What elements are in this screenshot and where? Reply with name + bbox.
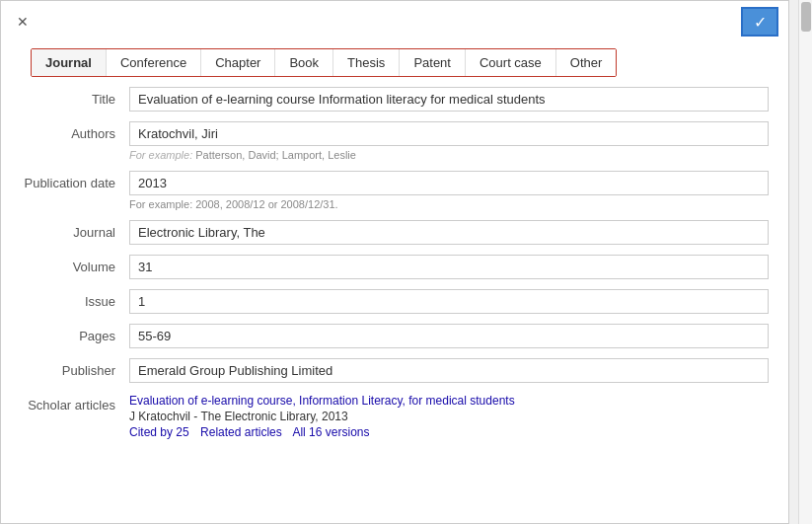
- form-body: Title Authors For example: Patterson, Da…: [1, 87, 788, 439]
- close-button[interactable]: ✕: [11, 12, 35, 32]
- scholar-sub-text: J Kratochvil - The Electronic Library, 2…: [129, 410, 769, 423]
- publisher-row: Publisher: [21, 358, 769, 383]
- authors-label: Authors: [21, 121, 129, 141]
- pages-input[interactable]: [129, 324, 769, 348]
- pubdate-row: Publication date For example: 2008, 2008…: [21, 171, 769, 210]
- pages-label: Pages: [21, 324, 129, 343]
- pages-row: Pages: [21, 324, 769, 348]
- title-row: Title: [21, 87, 769, 112]
- tab-chapter[interactable]: Chapter: [201, 49, 275, 76]
- related-articles-link[interactable]: Related articles: [200, 425, 282, 439]
- pubdate-label: Publication date: [21, 171, 129, 190]
- issue-input[interactable]: [129, 289, 769, 314]
- scholar-field-wrap: Evaluation of e-learning course, Informa…: [129, 393, 769, 439]
- scholar-article-link[interactable]: Evaluation of e-learning course, Informa…: [129, 394, 515, 408]
- all-versions-link[interactable]: All 16 versions: [292, 425, 369, 439]
- journal-field-wrap: [129, 220, 769, 245]
- tab-journal[interactable]: Journal: [32, 49, 107, 76]
- pubdate-input[interactable]: [129, 171, 769, 195]
- publisher-input[interactable]: [129, 358, 769, 383]
- publisher-label: Publisher: [21, 358, 129, 378]
- volume-label: Volume: [21, 255, 129, 274]
- journal-input[interactable]: [129, 220, 769, 245]
- scholar-label: Scholar articles: [21, 393, 129, 412]
- tab-thesis[interactable]: Thesis: [333, 49, 400, 76]
- tab-book[interactable]: Book: [275, 49, 333, 76]
- cited-by-link[interactable]: Cited by 25: [129, 425, 189, 439]
- authors-field-wrap: For example: Patterson, David; Lamport, …: [129, 121, 769, 161]
- tabs-container: Journal Conference Chapter Book Thesis P…: [31, 48, 617, 77]
- pubdate-hint: For example: 2008, 2008/12 or 2008/12/31…: [129, 198, 769, 210]
- pubdate-field-wrap: For example: 2008, 2008/12 or 2008/12/31…: [129, 171, 769, 210]
- publisher-field-wrap: [129, 358, 769, 383]
- scrollbar-thumb[interactable]: [801, 2, 811, 32]
- volume-row: Volume: [21, 255, 769, 279]
- scrollbar[interactable]: [798, 0, 812, 524]
- issue-label: Issue: [21, 289, 129, 309]
- journal-label: Journal: [21, 220, 129, 240]
- issue-field-wrap: [129, 289, 769, 314]
- authors-input[interactable]: [129, 121, 769, 146]
- journal-row: Journal: [21, 220, 769, 245]
- tab-other[interactable]: Other: [556, 49, 617, 76]
- authors-hint: For example: Patterson, David; Lamport, …: [129, 149, 769, 161]
- dialog-header: ✕ ✓: [1, 1, 788, 42]
- pages-field-wrap: [129, 324, 769, 348]
- scholar-cited-row: Cited by 25 Related articles All 16 vers…: [129, 425, 769, 439]
- tab-patent[interactable]: Patent: [400, 49, 466, 76]
- tab-court-case[interactable]: Court case: [466, 49, 556, 76]
- title-label: Title: [21, 87, 129, 107]
- title-field-wrap: [129, 87, 769, 112]
- volume-field-wrap: [129, 255, 769, 279]
- issue-row: Issue: [21, 289, 769, 314]
- confirm-button[interactable]: ✓: [741, 7, 778, 37]
- volume-input[interactable]: [129, 255, 769, 279]
- title-input[interactable]: [129, 87, 769, 112]
- tab-conference[interactable]: Conference: [107, 49, 201, 76]
- scholar-row: Scholar articles Evaluation of e-learnin…: [21, 393, 769, 439]
- authors-row: Authors For example: Patterson, David; L…: [21, 121, 769, 161]
